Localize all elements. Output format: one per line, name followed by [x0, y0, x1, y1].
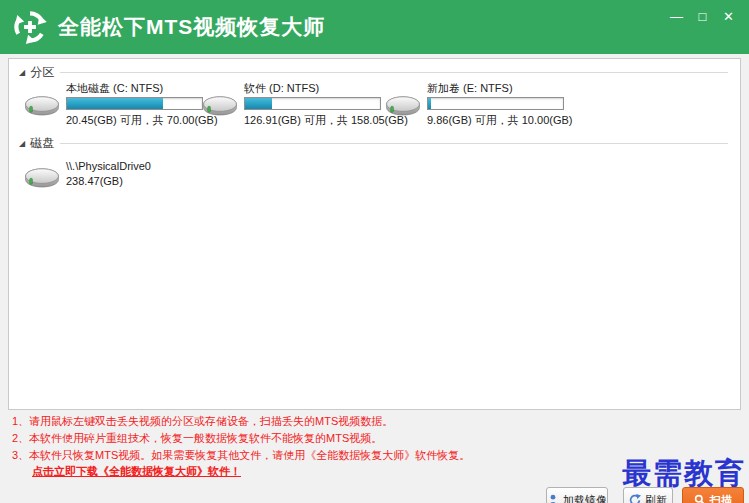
hard-drive-icon: [22, 91, 62, 119]
partition-capacity: 126.91(GB) 可用，共 158.05(GB): [244, 113, 381, 128]
minimize-button[interactable]: —: [666, 7, 687, 27]
partition-details: 新加卷 (E: NTFS) 9.86(GB) 可用，共 10.00(GB): [427, 81, 564, 128]
partitions-section-label: 分区: [30, 64, 54, 81]
window-controls: — □ ✕: [666, 7, 739, 27]
scan-label: 扫描: [710, 493, 732, 503]
load-image-icon: [547, 494, 559, 503]
close-button[interactable]: ✕: [718, 7, 739, 27]
disks-section-header[interactable]: ◢ 磁盘: [19, 135, 728, 152]
expanded-triangle-icon: ◢: [19, 67, 25, 79]
hard-drive-icon: [200, 91, 240, 119]
section-divider: [60, 72, 728, 73]
disk-name: \\.\PhysicalDrive0: [66, 159, 151, 174]
partition-capacity: 9.86(GB) 可用，共 10.00(GB): [427, 113, 564, 128]
refresh-label: 刷新: [645, 493, 667, 503]
disk-item-physicaldrive0[interactable]: \\.\PhysicalDrive0 238.47(GB): [22, 153, 151, 191]
partitions-section-header[interactable]: ◢ 分区: [19, 64, 728, 81]
scan-button[interactable]: 扫描: [682, 487, 744, 503]
load-image-button[interactable]: 加载镜像: [546, 487, 608, 503]
title-bar: 全能松下MTS视频恢复大师 — □ ✕: [0, 0, 749, 54]
maximize-button[interactable]: □: [692, 7, 713, 27]
partition-item-e[interactable]: 新加卷 (E: NTFS) 9.86(GB) 可用，共 10.00(GB): [383, 81, 564, 128]
refresh-icon: [629, 494, 641, 503]
app-logo-recycle-plus-icon: [10, 7, 50, 47]
usage-bar: [66, 97, 203, 110]
magnifier-icon: [694, 494, 706, 503]
partition-name: 软件 (D: NTFS): [244, 81, 381, 95]
partition-details: 本地磁盘 (C: NTFS) 20.45(GB) 可用，共 70.00(GB): [66, 81, 203, 128]
partition-name: 本地磁盘 (C: NTFS): [66, 81, 203, 95]
usage-bar: [244, 97, 381, 110]
disks-section-label: 磁盘: [30, 135, 54, 152]
hard-drive-icon: [22, 163, 62, 191]
instruction-notes: 1、请用鼠标左键双击丢失视频的分区或存储设备，扫描丢失的MTS视频数据。 2、本…: [12, 413, 470, 464]
refresh-button[interactable]: 刷新: [623, 487, 673, 503]
download-recovery-master-link[interactable]: 点击立即下载《全能数据恢复大师》软件！: [32, 464, 241, 479]
note-line-3: 3、本软件只恢复MTS视频。如果需要恢复其他文件，请使用《全能数据恢复大师》软件…: [12, 447, 470, 464]
partition-details: 软件 (D: NTFS) 126.91(GB) 可用，共 158.05(GB): [244, 81, 381, 128]
section-divider: [60, 143, 728, 144]
hard-drive-icon: [383, 91, 423, 119]
usage-bar-fill: [428, 98, 431, 109]
device-panel: ◢ 分区 本地磁盘 (C: NTFS) 20.45(GB) 可用，共 70.00…: [8, 58, 741, 410]
disk-details: \\.\PhysicalDrive0 238.47(GB): [66, 153, 151, 191]
load-image-label: 加载镜像: [563, 493, 607, 503]
partition-name: 新加卷 (E: NTFS): [427, 81, 564, 95]
usage-bar: [427, 97, 564, 110]
app-window: 全能松下MTS视频恢复大师 — □ ✕ ◢ 分区 本地磁盘 (C: NTFS) …: [0, 0, 749, 503]
disk-capacity: 238.47(GB): [66, 174, 151, 189]
app-title: 全能松下MTS视频恢复大师: [58, 0, 325, 54]
partition-capacity: 20.45(GB) 可用，共 70.00(GB): [66, 113, 203, 128]
note-line-2: 2、本软件使用碎片重组技术，恢复一般数据恢复软件不能恢复的MTS视频。: [12, 430, 470, 447]
expanded-triangle-icon: ◢: [19, 138, 25, 150]
note-line-1: 1、请用鼠标左键双击丢失视频的分区或存储设备，扫描丢失的MTS视频数据。: [12, 413, 470, 430]
partition-item-c[interactable]: 本地磁盘 (C: NTFS) 20.45(GB) 可用，共 70.00(GB): [22, 81, 203, 128]
usage-bar-fill: [245, 98, 272, 109]
usage-bar-fill: [67, 98, 163, 109]
partition-item-d[interactable]: 软件 (D: NTFS) 126.91(GB) 可用，共 158.05(GB): [200, 81, 381, 128]
